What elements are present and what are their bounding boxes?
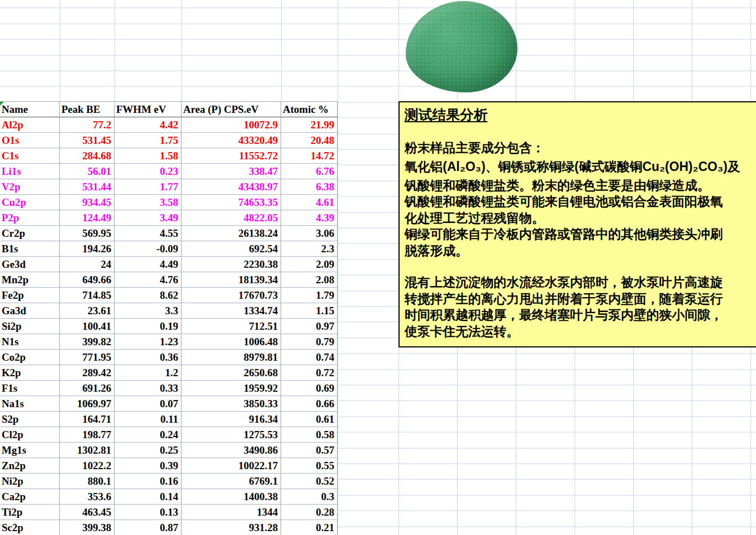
column-header[interactable]: FWHM eV [115, 102, 182, 117]
table-cell[interactable]: Mn2p [0, 272, 60, 287]
table-cell[interactable]: 0.74 [281, 350, 338, 365]
table-cell[interactable]: 10022.17 [182, 458, 281, 473]
table-cell[interactable]: 0.3 [281, 489, 338, 504]
table-cell[interactable]: Ti2p [0, 505, 60, 520]
table-cell[interactable]: 4.39 [281, 210, 338, 225]
table-cell[interactable]: 20.48 [281, 133, 338, 148]
table-cell[interactable]: 4.42 [115, 117, 182, 132]
table-cell[interactable]: N1s [0, 334, 60, 349]
table-cell[interactable]: 43320.49 [182, 133, 281, 148]
table-cell[interactable]: 712.51 [182, 319, 281, 334]
table-cell[interactable]: 771.95 [60, 350, 115, 365]
table-cell[interactable]: 0.52 [281, 474, 338, 489]
table-cell[interactable]: 4822.05 [182, 210, 281, 225]
table-cell[interactable]: 0.16 [115, 474, 182, 489]
table-cell[interactable]: 399.82 [60, 334, 115, 349]
table-cell[interactable]: 10072.9 [182, 117, 281, 132]
table-cell[interactable]: 0.87 [115, 520, 182, 535]
table-cell[interactable]: 6.76 [281, 164, 338, 179]
table-cell[interactable]: 1334.74 [182, 303, 281, 318]
table-cell[interactable]: 6769.1 [182, 474, 281, 489]
column-header[interactable]: Peak BE [60, 102, 115, 117]
table-cell[interactable]: 11552.72 [182, 148, 281, 163]
table-cell[interactable]: 931.28 [182, 520, 281, 535]
table-cell[interactable]: 1.79 [281, 288, 338, 303]
table-cell[interactable]: Cr2p [0, 226, 60, 241]
table-cell[interactable]: S2p [0, 412, 60, 427]
table-cell[interactable]: 4.61 [281, 195, 338, 210]
table-cell[interactable]: 0.19 [115, 319, 182, 334]
table-cell[interactable]: 0.69 [281, 381, 338, 396]
table-cell[interactable]: Ca2p [0, 489, 60, 504]
table-cell[interactable]: 0.07 [115, 396, 182, 411]
table-cell[interactable]: 0.13 [115, 505, 182, 520]
table-cell[interactable]: Li1s [0, 164, 60, 179]
table-cell[interactable]: Si2p [0, 319, 60, 334]
table-cell[interactable]: 23.61 [60, 303, 115, 318]
table-cell[interactable]: 531.45 [60, 133, 115, 148]
table-cell[interactable]: 1.2 [115, 365, 182, 380]
table-cell[interactable]: 2.08 [281, 272, 338, 287]
table-cell[interactable]: 198.77 [60, 427, 115, 442]
table-cell[interactable]: 353.6 [60, 489, 115, 504]
table-cell[interactable]: 17670.73 [182, 288, 281, 303]
table-cell[interactable]: F1s [0, 381, 60, 396]
table-cell[interactable]: 1.77 [115, 179, 182, 194]
table-cell[interactable]: 0.57 [281, 443, 338, 458]
table-cell[interactable]: 3.3 [115, 303, 182, 318]
table-cell[interactable]: 649.66 [60, 272, 115, 287]
table-cell[interactable]: 1344 [182, 505, 281, 520]
table-cell[interactable]: 4.76 [115, 272, 182, 287]
table-cell[interactable]: 2.09 [281, 257, 338, 272]
table-cell[interactable]: 6.38 [281, 179, 338, 194]
table-cell[interactable]: 1006.48 [182, 334, 281, 349]
table-cell[interactable]: 1.15 [281, 303, 338, 318]
table-cell[interactable]: 3.58 [115, 195, 182, 210]
table-cell[interactable]: Na1s [0, 396, 60, 411]
table-cell[interactable]: 3850.33 [182, 396, 281, 411]
table-cell[interactable]: 916.34 [182, 412, 281, 427]
table-cell[interactable]: 2.3 [281, 241, 338, 256]
table-cell[interactable]: 714.85 [60, 288, 115, 303]
table-cell[interactable]: 463.45 [60, 505, 115, 520]
table-cell[interactable]: 56.01 [60, 164, 115, 179]
table-cell[interactable]: 14.72 [281, 148, 338, 163]
table-cell[interactable]: 0.79 [281, 334, 338, 349]
table-cell[interactable]: B1s [0, 241, 60, 256]
table-cell[interactable]: 164.71 [60, 412, 115, 427]
table-cell[interactable]: 1.23 [115, 334, 182, 349]
table-cell[interactable]: 0.55 [281, 458, 338, 473]
table-cell[interactable]: 8.62 [115, 288, 182, 303]
table-cell[interactable]: 8979.81 [182, 350, 281, 365]
table-cell[interactable]: 26138.24 [182, 226, 281, 241]
table-cell[interactable]: 194.26 [60, 241, 115, 256]
table-cell[interactable]: 100.41 [60, 319, 115, 334]
table-cell[interactable]: Ga3d [0, 303, 60, 318]
table-cell[interactable]: 2650.68 [182, 365, 281, 380]
table-cell[interactable]: 531.44 [60, 179, 115, 194]
table-cell[interactable]: Cu2p [0, 195, 60, 210]
table-cell[interactable]: 692.54 [182, 241, 281, 256]
table-cell[interactable]: C1s [0, 148, 60, 163]
table-cell[interactable]: 0.24 [115, 427, 182, 442]
table-cell[interactable]: Mg1s [0, 443, 60, 458]
table-cell[interactable]: 0.28 [281, 505, 338, 520]
table-cell[interactable]: 0.14 [115, 489, 182, 504]
table-cell[interactable]: 43438.97 [182, 179, 281, 194]
table-cell[interactable]: 77.2 [60, 117, 115, 132]
table-cell[interactable]: 1.58 [115, 148, 182, 163]
table-cell[interactable]: -0.09 [115, 241, 182, 256]
table-cell[interactable]: 569.95 [60, 226, 115, 241]
table-cell[interactable]: Fe2p [0, 288, 60, 303]
table-cell[interactable]: 880.1 [60, 474, 115, 489]
table-cell[interactable]: 0.21 [281, 520, 338, 535]
column-header[interactable]: Atomic % [281, 102, 338, 117]
table-cell[interactable]: 691.26 [60, 381, 115, 396]
table-cell[interactable]: 74653.35 [182, 195, 281, 210]
table-cell[interactable]: 0.61 [281, 412, 338, 427]
table-cell[interactable]: 934.45 [60, 195, 115, 210]
table-cell[interactable]: Ge3d [0, 257, 60, 272]
table-cell[interactable]: P2p [0, 210, 60, 225]
table-cell[interactable]: 24 [60, 257, 115, 272]
table-cell[interactable]: 1275.53 [182, 427, 281, 442]
